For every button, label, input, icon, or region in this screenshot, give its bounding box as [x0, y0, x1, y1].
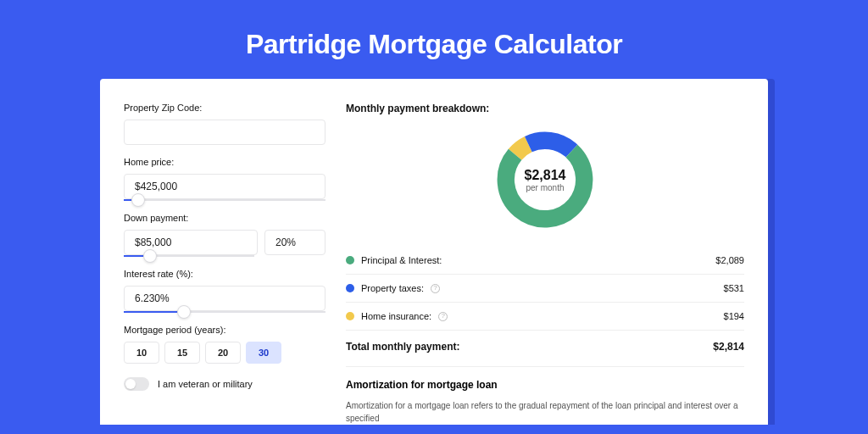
green-dot-icon — [346, 256, 354, 264]
down-payment-field-group: Down payment: — [124, 213, 326, 257]
interest-field-group: Interest rate (%): — [124, 269, 326, 313]
donut-sub: per month — [526, 183, 564, 192]
legend: Principal & Interest:$2,089Property taxe… — [346, 247, 744, 331]
donut-chart: $2,814 per month — [493, 128, 597, 231]
veteran-label: I am veteran or military — [158, 379, 253, 389]
period-field-group: Mortgage period (years): 10152030 — [124, 325, 326, 364]
period-label: Mortgage period (years): — [124, 325, 326, 335]
calculator-panel: Property Zip Code: Home price: Down paym… — [100, 79, 768, 425]
zip-field-group: Property Zip Code: — [124, 103, 326, 145]
legend-label: Home insurance: — [361, 311, 431, 321]
interest-label: Interest rate (%): — [124, 269, 326, 279]
yellow-dot-icon — [346, 312, 354, 320]
legend-value: $194 — [724, 311, 744, 321]
legend-row: Home insurance:?$194 — [346, 303, 744, 331]
breakdown-title: Monthly payment breakdown: — [346, 103, 744, 114]
legend-value: $531 — [724, 283, 744, 293]
period-button-30[interactable]: 30 — [246, 342, 281, 364]
legend-value: $2,089 — [715, 255, 744, 265]
breakdown-column: Monthly payment breakdown: $2,814 per mo… — [346, 103, 744, 425]
home-price-input[interactable] — [124, 174, 326, 199]
veteran-row: I am veteran or military — [124, 377, 326, 391]
down-payment-slider[interactable] — [124, 255, 254, 257]
home-price-slider[interactable] — [124, 199, 326, 201]
home-price-slider-handle[interactable] — [131, 193, 145, 207]
amortization-title: Amortization for mortgage loan — [346, 379, 744, 391]
down-payment-pct-input[interactable] — [264, 230, 326, 255]
zip-label: Property Zip Code: — [124, 103, 326, 113]
donut-center: $2,814 per month — [493, 128, 597, 231]
period-button-15[interactable]: 15 — [164, 342, 200, 364]
legend-label: Principal & Interest: — [361, 255, 442, 265]
total-label: Total monthly payment: — [346, 341, 459, 353]
interest-slider[interactable] — [124, 311, 326, 313]
legend-label: Property taxes: — [361, 283, 424, 293]
zip-input[interactable] — [124, 120, 326, 145]
total-value: $2,814 — [713, 341, 744, 353]
blue-dot-icon — [346, 284, 354, 292]
home-price-field-group: Home price: — [124, 157, 326, 201]
donut-chart-wrap: $2,814 per month — [346, 128, 744, 231]
down-payment-slider-handle[interactable] — [143, 249, 157, 263]
interest-input[interactable] — [124, 286, 326, 311]
legend-row: Principal & Interest:$2,089 — [346, 247, 744, 275]
amortization-text: Amortization for a mortgage loan refers … — [346, 399, 744, 425]
home-price-label: Home price: — [124, 157, 326, 167]
down-payment-label: Down payment: — [124, 213, 326, 223]
inputs-column: Property Zip Code: Home price: Down paym… — [124, 103, 326, 425]
period-button-10[interactable]: 10 — [124, 342, 159, 364]
donut-amount: $2,814 — [525, 168, 566, 183]
info-icon[interactable]: ? — [431, 284, 440, 293]
veteran-toggle[interactable] — [124, 377, 149, 391]
amortization-block: Amortization for mortgage loan Amortizat… — [346, 366, 744, 425]
period-button-20[interactable]: 20 — [205, 342, 241, 364]
interest-slider-handle[interactable] — [177, 305, 191, 319]
info-icon[interactable]: ? — [438, 312, 448, 321]
page-title: Partridge Mortgage Calculator — [0, 0, 868, 79]
total-row: Total monthly payment: $2,814 — [346, 331, 744, 366]
legend-row: Property taxes:?$531 — [346, 275, 744, 303]
